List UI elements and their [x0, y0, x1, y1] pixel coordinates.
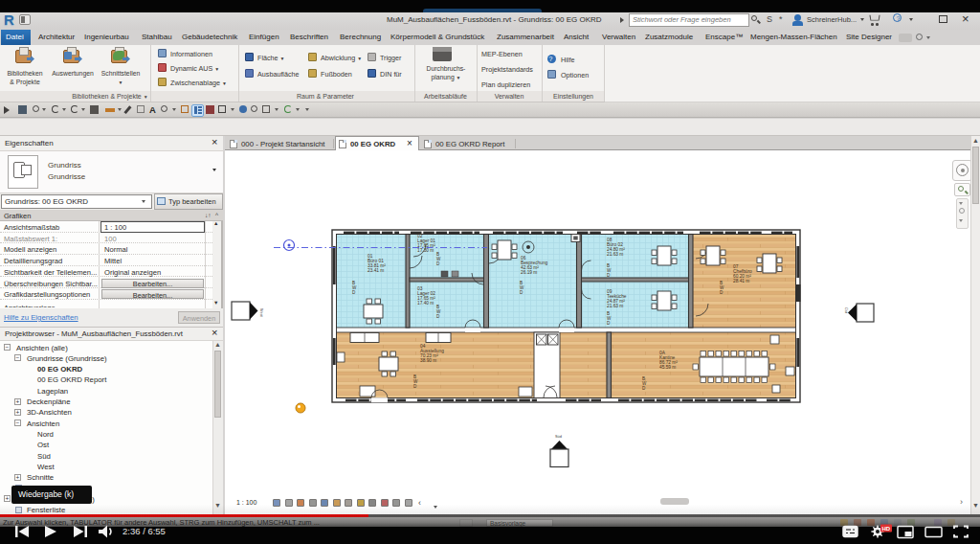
svg-text:HD: HD	[882, 526, 891, 532]
svg-text:West: West	[259, 308, 263, 318]
svg-text:Süd: Süd	[555, 435, 562, 439]
svg-text:Ost: Ost	[844, 307, 848, 314]
